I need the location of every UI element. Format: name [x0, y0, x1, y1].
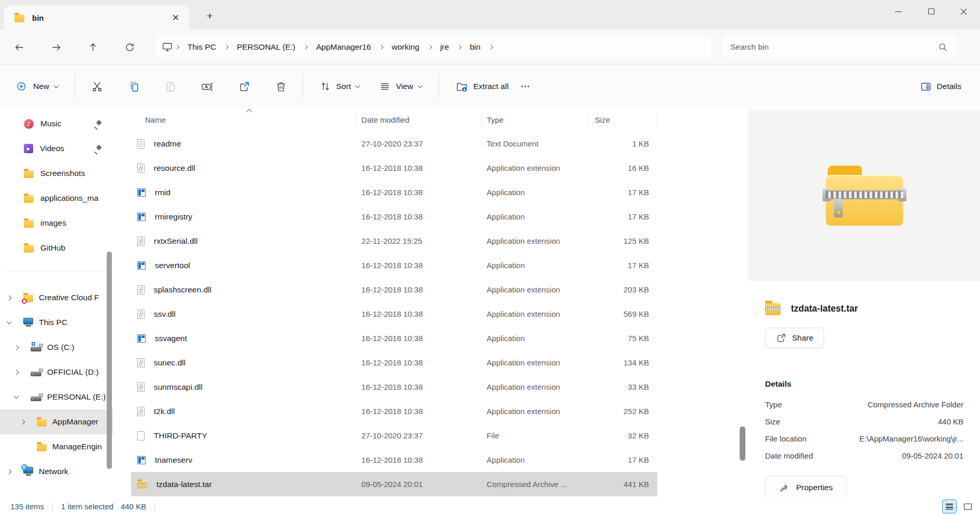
sidebar-item-label: Music — [40, 119, 61, 128]
up-button[interactable] — [81, 37, 105, 57]
table-row[interactable]: tzdata-latest.tar09-05-2024 20:01Compres… — [131, 472, 657, 496]
field-value: 09-05-2024 20:01 — [902, 451, 963, 460]
extract-all-label: Extract all — [473, 82, 509, 91]
table-row[interactable]: readme27-10-2020 23:37Text Document1 KB — [131, 131, 657, 156]
sidebar-item-music[interactable]: Music — [0, 111, 113, 136]
file-list-scrollbar[interactable] — [740, 426, 745, 461]
more-options-button[interactable] — [515, 75, 536, 98]
forward-button[interactable] — [44, 37, 68, 57]
extract-all-button[interactable]: Extract all — [450, 76, 515, 98]
delete-button[interactable] — [269, 75, 292, 98]
selection-count: 1 item selected — [61, 502, 113, 511]
cut-button[interactable] — [85, 75, 108, 98]
sidebar-item-network[interactable]: Network — [0, 459, 113, 484]
sidebar-item-appmanager[interactable]: AppManager — [0, 409, 113, 434]
maximize-button[interactable] — [915, 0, 947, 23]
details-view-toggle[interactable] — [942, 499, 957, 513]
explorer-tab[interactable]: bin ✕ — [4, 6, 189, 30]
sidebar-item-label: images — [40, 218, 66, 228]
sidebar-item-personal-e[interactable]: PERSONAL (E:) — [0, 385, 113, 409]
breadcrumb-item[interactable]: AppManager16 — [310, 39, 377, 55]
properties-button[interactable]: Properties — [765, 476, 847, 498]
app-icon — [137, 188, 146, 197]
app-icon — [137, 456, 146, 464]
view-button[interactable]: View — [373, 76, 428, 97]
sidebar-scrollbar[interactable] — [107, 252, 112, 469]
sidebar-item-creative-cloud-f[interactable]: Creative Cloud F — [0, 285, 113, 310]
details-pane-icon — [920, 81, 932, 93]
table-row[interactable]: t2k.dll16-12-2018 10:38Application exten… — [131, 399, 657, 423]
share-button[interactable]: Share — [765, 328, 824, 348]
details-pane-button[interactable]: Details — [914, 76, 968, 98]
sidebar-item-screenshots[interactable]: Screenshots — [0, 161, 113, 186]
table-row[interactable]: resource.dll16-12-2018 10:38Application … — [131, 156, 657, 180]
file-name: rxtxSerial.dll — [154, 237, 197, 246]
sidebar-item-official-d[interactable]: OFFICIAL (D:) — [0, 360, 113, 385]
properties-label: Properties — [796, 483, 833, 492]
search-input[interactable] — [730, 42, 938, 52]
file-date: 16-12-2018 10:38 — [356, 350, 482, 375]
sidebar-item-manageengin[interactable]: ManageEngin — [0, 434, 113, 459]
table-row[interactable]: ssv.dll16-12-2018 10:38Application exten… — [131, 302, 657, 326]
dll-icon — [137, 285, 145, 295]
sidebar-item-label: GitHub — [40, 243, 65, 253]
sidebar-item-github[interactable]: GitHub — [0, 236, 113, 260]
table-row[interactable]: sunmscapi.dll16-12-2018 10:38Application… — [131, 375, 657, 399]
table-row[interactable]: sunec.dll16-12-2018 10:38Application ext… — [131, 350, 657, 375]
paste-button[interactable] — [159, 75, 182, 98]
table-row[interactable]: ssvagent16-12-2018 10:38Application75 KB — [131, 326, 657, 350]
table-row[interactable]: tnameserv16-12-2018 10:38Application17 K… — [131, 448, 657, 472]
column-header-type[interactable]: Type — [482, 108, 588, 131]
file-date: 16-12-2018 10:38 — [356, 302, 482, 326]
refresh-button[interactable] — [118, 37, 141, 57]
drive-icon — [31, 396, 41, 401]
close-button[interactable] — [947, 0, 980, 23]
breadcrumb-item[interactable]: PERSONAL (E:) — [230, 39, 301, 55]
column-header-size[interactable]: Size — [588, 108, 657, 131]
new-label: New — [33, 82, 49, 91]
table-row[interactable]: rmid16-12-2018 10:38Application17 KB — [131, 180, 657, 204]
address-bar[interactable]: This PCPERSONAL (E:)AppManager16workingj… — [156, 36, 712, 58]
rename-icon — [201, 81, 213, 93]
table-row[interactable]: rxtxSerial.dll22-11-2022 15:25Applicatio… — [131, 229, 657, 253]
sidebar-item-label: ManageEngin — [52, 442, 102, 451]
table-row[interactable]: rmiregistry16-12-2018 10:38Application17… — [131, 204, 657, 229]
back-button[interactable] — [7, 37, 31, 57]
minimize-button[interactable] — [882, 0, 915, 23]
column-header-name[interactable]: Name — [131, 108, 356, 131]
sidebar-item-applications-ma[interactable]: applications_ma — [0, 186, 113, 211]
tab-close-button[interactable]: ✕ — [168, 10, 183, 25]
column-header-date-modified[interactable]: Date modified — [356, 108, 482, 131]
table-row[interactable]: splashscreen.dll16-12-2018 10:38Applicat… — [131, 277, 657, 302]
sort-button[interactable]: Sort — [313, 76, 366, 97]
new-button[interactable]: New — [10, 76, 64, 97]
sidebar-item-os-c[interactable]: OS (C:) — [0, 335, 113, 360]
copy-button[interactable] — [122, 75, 145, 98]
plus-circle-icon — [17, 81, 28, 92]
file-type: Application — [482, 180, 588, 204]
table-row[interactable]: THIRD-PARTY27-10-2020 23:37File32 KB — [131, 423, 657, 448]
sidebar-item-images[interactable]: images — [0, 211, 113, 236]
file-type: Application extension — [482, 350, 588, 375]
chevron-right-icon — [224, 45, 228, 49]
rename-button[interactable] — [196, 75, 219, 98]
table-row[interactable]: servertool16-12-2018 10:38Application17 … — [131, 253, 657, 277]
sidebar-item-label: Videos — [40, 144, 64, 153]
search-box[interactable] — [722, 36, 956, 58]
details-field: File locationE:\AppManager16\working\jr.… — [765, 430, 963, 447]
chevron-right-icon — [175, 45, 179, 49]
breadcrumb-item[interactable]: bin — [464, 39, 487, 55]
file-date: 16-12-2018 10:38 — [356, 156, 482, 180]
breadcrumb-item[interactable]: jre — [434, 39, 455, 55]
sidebar-item-videos[interactable]: Videos — [0, 136, 113, 161]
large-icons-view-toggle[interactable] — [960, 499, 975, 513]
new-tab-button[interactable]: + — [202, 8, 218, 24]
file-size: 17 KB — [588, 180, 657, 204]
share-button-toolbar[interactable] — [233, 75, 255, 98]
large-icons-view-icon — [964, 504, 972, 510]
breadcrumb-item[interactable]: working — [385, 39, 425, 55]
sidebar-item-this-pc[interactable]: This PC — [0, 310, 113, 335]
breadcrumb-item[interactable]: This PC — [181, 39, 222, 55]
chevron-right-icon — [379, 45, 383, 49]
sidebar-quick-list: MusicVideosScreenshotsapplications_maima… — [0, 111, 113, 260]
